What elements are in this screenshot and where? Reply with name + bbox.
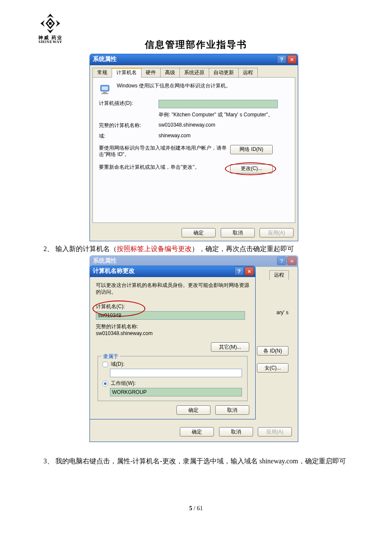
computer-icon [99,83,112,96]
logo: 神威 药业 SHINEWAY [38,13,63,44]
step-3-text: 3、 我的电脑右键点击，属性-计算机名-更改，隶属于选中域，输入域名 shine… [43,456,354,467]
apply-button-under: 应用(A) [258,427,292,436]
titlebar-1-text: 系统属性 [93,55,117,63]
svg-marker-2 [47,29,54,33]
step-2-text: 2、 输入新的计算机名（按照标签上设备编号更改），确定，再次点击确定重起即可 [43,245,354,254]
tab-hardware[interactable]: 硬件 [141,68,161,78]
titlebar-1[interactable]: 系统属性 ? × [89,54,298,65]
logo-line2: SHINEWAY [38,40,63,44]
svg-rect-5 [49,22,52,25]
step2-suffix: ），确定，再次点击确定重起即可 [192,245,294,252]
dialog-system-properties: 系统属性 ? × 常规 计算机名 硬件 高级 系统还原 自动更新 远程 [89,54,298,241]
cancel-button-2[interactable]: 取消 [215,405,249,415]
tab-advanced[interactable]: 高级 [160,68,180,78]
netid-text: 要使用网络标识向导去加入域并创建本地用户帐户，请单击"网络 ID"。 [99,145,227,158]
radio-domain-label: 域(D): [111,361,124,368]
more-button[interactable]: 其它(M)... [211,342,249,352]
computer-name-label: 计算机名(C): [96,303,249,310]
page-number: 5 / 61 [38,505,354,512]
tabs: 常规 计算机名 硬件 高级 系统还原 自动更新 远程 [90,65,298,78]
svg-marker-3 [40,20,45,27]
fullname-label: 完整的计算机名称: [99,122,159,129]
help-icon-under: ? [277,257,286,265]
titlebar-2-text: 计算机名称更改 [93,267,135,275]
computer-description-input[interactable] [159,100,278,108]
tab-remote[interactable]: 远程 [238,68,258,78]
doc-title: 信息管理部作业指导书 [38,38,354,51]
domain-value: shineway.com [159,133,190,139]
page-a: 5 [189,505,192,512]
page-b: 61 [197,505,203,512]
titlebar-under: 系统属性 ? × [89,255,298,267]
close-icon-under: × [287,257,297,265]
domain-input[interactable] [110,369,242,377]
member-legend: 隶属于 [101,353,120,360]
radio-domain[interactable] [102,361,108,367]
network-id-button[interactable]: 网络 ID(N) [230,145,273,154]
change-intro: 可以更改这台计算机的名称和成员身份。更改可能会影响对网络资源的访问。 [96,282,249,295]
step2-red: 按照标签上设备编号更改 [117,245,192,252]
step2-prefix: 2、 输入新的计算机名（ [43,245,117,252]
domain-label: 域: [99,133,159,140]
ok-button-2[interactable]: 确定 [176,405,210,415]
banner-text: Windows 使用以下信息在网络中标识这台计算机。 [117,83,231,90]
cancel-button-1[interactable]: 取消 [221,228,255,237]
titlebar-2[interactable]: 计算机名称更改 ? × [89,266,256,277]
svg-marker-0 [47,14,54,18]
radio-workgroup[interactable] [102,381,108,387]
svg-rect-8 [103,92,107,93]
computer-name-input[interactable] [96,311,245,320]
logo-icon [40,13,61,34]
tab-computer-name[interactable]: 计算机名 [112,68,141,78]
apply-button-1: 应用(A) [259,228,294,237]
fullname-value-2: sw010348.shineway.com [96,330,249,336]
ok-button-1[interactable]: 确定 [182,228,216,237]
titlebar-under-text: 系统属性 [93,257,117,265]
change-button[interactable]: 更改(C)... [230,164,273,173]
help-icon-2[interactable]: ? [234,267,244,275]
peek-change-button: 女(C)... [257,363,288,373]
cancel-button-under[interactable]: 取消 [219,427,253,436]
tab-general[interactable]: 常规 [92,68,112,78]
tab-remote-under: 远程 [269,270,289,280]
tab-system-restore[interactable]: 系统还原 [179,68,209,78]
radio-workgroup-label: 工作组(W): [111,380,136,387]
close-icon-2[interactable]: × [245,267,254,275]
svg-rect-9 [101,93,108,94]
peek-netid-button: 各 ID(N) [257,346,288,356]
svg-marker-1 [56,20,60,27]
ok-button-under[interactable]: 确定 [180,427,214,436]
svg-rect-7 [102,87,108,90]
member-of-fieldset: 隶属于 域(D): 工作组(W): [98,356,248,401]
workgroup-input[interactable] [110,388,242,396]
peek1: ary' s [277,309,288,315]
tab-auto-update[interactable]: 自动更新 [209,68,239,78]
example-text: 举例: "Kitchen Computer" 或 "Mary' s Comput… [159,112,289,119]
desc-label: 计算机描述(D): [99,100,159,107]
fullname-value: sw010348.shineway.com [159,122,215,128]
dialog-change-name: 计算机名称更改 ? × 可以更改这台计算机的名称和成员身份。更改可能会影响对网络… [89,266,256,419]
change-text: 要重新命名此计算机或加入域，单击"更改"。 [99,164,227,171]
close-icon[interactable]: × [287,55,297,64]
fullname-label-2: 完整的计算机名称: [96,323,249,330]
help-icon[interactable]: ? [277,55,286,64]
